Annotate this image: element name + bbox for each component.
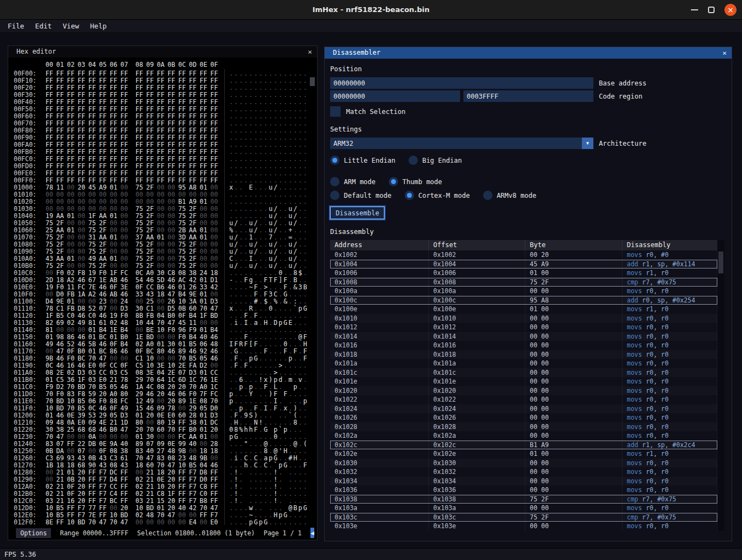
hex-ascii-column[interactable]: ................ [224,83,308,90]
radio-armv8-mode[interactable]: ARMv8 mode [483,190,536,201]
architecture-combo[interactable]: ARM32 ▼ [330,138,593,149]
column-header-address[interactable]: Address [330,240,429,250]
radio-arm-mode[interactable]: ARM mode [330,176,376,187]
disassembly-row[interactable]: 0x101c0x101c00 00movs r0, r0 [330,368,717,378]
hex-scrollbar[interactable] [310,77,315,86]
hex-ascii-column[interactable]: .F..pG......p..F [224,354,308,361]
disassembly-row[interactable]: 0x10360x103600 00movs r0, r0 [330,485,717,495]
hex-ascii-column[interactable]: IFRF[F.....0...H [224,340,308,347]
column-header-offset[interactable]: Offset [429,240,525,250]
hex-ascii-column[interactable]: ................ [224,69,308,76]
hex-ascii-column[interactable]: ....~....HpG.... [224,511,308,518]
hex-byte[interactable]: 00 [146,519,157,526]
disassembly-row[interactable]: 0x103c0x103c75 2Fcmp r7, #0x75 [330,513,717,522]
base-address-input[interactable] [330,77,593,89]
radio-big-endian[interactable]: Big Endian [409,155,462,166]
disassemble-button[interactable]: Disassemble [330,207,384,219]
maximize-icon[interactable] [708,7,715,13]
menu-item-edit[interactable]: Edit [30,22,57,30]
disassembly-row[interactable]: 0x10300x103000 00movs r0, r0 [330,459,717,468]
disassembly-row[interactable]: 0x103a0x103a00 00movs r0, r0 [330,504,717,513]
hex-ascii-column[interactable]: ................ [224,119,308,126]
disassembly-row[interactable]: 0x10100x101000 00movs r0, r0 [330,314,717,323]
menu-item-help[interactable]: Help [84,22,112,30]
code-region-end-input[interactable] [463,90,593,102]
hex-byte[interactable]: 10 [67,519,78,526]
hex-ascii-column[interactable]: p........I. ...p [224,397,308,404]
minimize-icon[interactable] [691,9,698,10]
hex-ascii-column[interactable]: .!. .....!. .... [224,468,308,475]
hex-byte[interactable]: 70 [110,519,121,526]
hex-ascii-column[interactable]: x.. E...u/...... [224,183,308,190]
hex-ascii-column[interactable]: u/..u/..u/..u/.. [224,219,308,226]
hex-ascii-column[interactable]: ................ [224,197,308,204]
disassembly-row[interactable]: 0x10320x103200 00movs r0, r0 [330,467,717,477]
hex-ascii-column[interactable]: ...F.F.......... [224,311,308,318]
disassembly-row[interactable]: 0x100a0x100a00 00movs r0, r0 [330,287,717,296]
hex-ascii-column[interactable]: ................ [224,133,308,140]
hex-byte[interactable]: 00 [200,519,211,526]
hex-ascii-column[interactable]: .......8.@'H.... [224,447,308,454]
hex-byte[interactable]: E4 [189,519,200,526]
hex-ascii-column[interactable]: ....w.. ... @BpG [224,504,308,511]
hex-ascii-column[interactable]: .....#.$.%.&.:.. [224,297,308,304]
disassembly-row[interactable]: 0x103e0x103e00 00movs r0, r0 [330,522,717,531]
disassembly-row[interactable]: 0x10040x100445 A9add r1, sp, #0x114 [330,260,717,269]
hex-ascii-column[interactable]: ................ [224,190,308,197]
hex-ascii-column[interactable]: .....F.F3C.G.... [224,290,308,297]
hex-ascii-column[interactable]: ........u/..u/.. [224,204,308,212]
hex-ascii-column[interactable]: .H...N!......8.. [224,418,308,425]
hex-ascii-column[interactable]: pG.......0...... [224,432,308,439]
hex-ascii-column[interactable]: ..........0..8$. [224,268,308,276]
hex-ascii-column[interactable]: ..6...!x)pd.m.v. [224,375,308,382]
hex-ascii-column[interactable]: u/..u/..u/..u/.. [224,247,308,254]
code-region-start-input[interactable] [330,90,460,102]
disassembly-row[interactable]: 0x10120x101200 00movs r0, r0 [330,323,717,332]
chevron-down-icon[interactable]: ▼ [582,138,593,149]
hex-ascii-column[interactable]: ....pGpG........ [224,518,308,525]
window-titlebar[interactable]: ImHex - nrf51822-beacon.bin × [0,0,742,20]
hex-byte[interactable]: 47 [99,519,110,526]
hex-ascii-column[interactable]: ................ [224,147,308,155]
hex-ascii-column[interactable]: -..Fg..FTF]F.B.. [224,276,308,283]
hex-ascii-column[interactable]: ................ [224,176,308,183]
hex-ascii-column[interactable]: u/..1...7...=... [224,233,308,240]
disassembly-row[interactable]: 0x101e0x101e00 00movs r0, r0 [330,377,717,386]
disassembly-row[interactable]: 0x10080x100875 2Fcmp r7, #0x75 [330,278,717,287]
menu-item-file[interactable]: File [2,22,30,30]
hex-ascii-column[interactable]: ................ [224,325,308,333]
hex-editor-close-icon[interactable]: × [308,46,312,58]
hex-ascii-column[interactable]: ..."...@.....@.( [224,439,308,447]
radio-default-mode[interactable]: Default mode [330,190,392,201]
column-header-disassembly[interactable]: Disassembly [622,240,717,250]
hex-ascii-column[interactable]: ................ [224,126,308,133]
hex-ascii-column[interactable]: ................ [224,169,308,176]
hex-ascii-column[interactable]: ..p..F.I.F.x.).. [224,404,308,411]
disassembly-row[interactable]: 0x10200x102000 00movs r0, r0 [330,386,717,396]
match-selection-checkbox[interactable] [330,106,341,117]
disassembly-row[interactable]: 0x10060x100601 00movs r1, r0 [330,268,717,278]
hex-ascii-column[interactable]: .!. .....!. .... [224,475,308,482]
disassembly-row[interactable]: 0x10380x103875 2Fcmp r7, #0x75 [330,495,717,504]
hex-ascii-column[interactable]: 08%hhF.G p`p... [224,425,308,432]
disassembly-row[interactable]: 0x10160x101600 00movs r0, r0 [330,341,717,350]
hex-ascii-column[interactable]: .G.....F...F.F.F [224,347,308,354]
radio-little-endian[interactable]: Little Endian [330,155,395,166]
radio-cortex-m-mode[interactable]: Cortex-M mode [405,190,470,201]
hex-ascii-column[interactable]: .!. .....!...... [224,489,308,496]
hex-byte[interactable]: 00 [135,519,146,526]
hex-byte[interactable]: 47 [121,519,132,526]
hex-ascii-column[interactable]: .F.F......>..... [224,361,308,368]
hex-ascii-column[interactable]: ........u/..u/.. [224,212,308,219]
hex-ascii-column[interactable]: u/..u/..u/..u/.. [224,261,308,268]
hex-ascii-column[interactable]: ................ [224,105,308,112]
hex-ascii-column[interactable]: %...u/..u/..+... [224,226,308,233]
disassembly-row[interactable]: 0x102e0x102e01 00movs r1, r0 [330,449,717,459]
hex-ascii-column[interactable]: .i.I.a.H.DpGE... [224,318,308,325]
disassembly-row[interactable]: 0x101a0x101a00 00movs r0, r0 [330,359,717,368]
hex-byte[interactable]: 00 [178,519,189,526]
hex-ascii-column[interactable]: ................ [224,98,308,105]
radio-thumb-mode[interactable]: Thumb mode [389,176,442,187]
hex-ascii-column[interactable]: ................ [224,90,308,98]
disassembly-row[interactable]: 0x100c0x100c95 A8add r0, sp, #0x254 [330,296,717,305]
